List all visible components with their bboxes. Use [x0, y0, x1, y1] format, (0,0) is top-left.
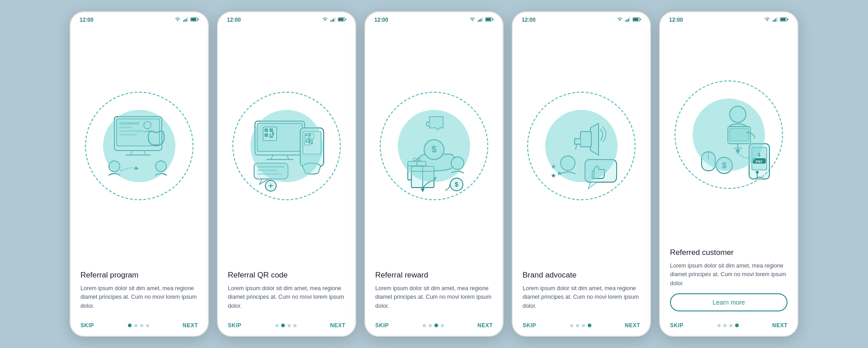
- svg-rect-89: [777, 17, 778, 22]
- svg-rect-86: [773, 20, 774, 22]
- signal-icon: [773, 17, 778, 23]
- battery-icon: [633, 17, 641, 23]
- status-bar: 12:00: [365, 12, 503, 26]
- screen-desc: Lorem ipsum dolor sit dim amet, mea regi…: [80, 284, 198, 310]
- signal-icon: [183, 17, 189, 23]
- next-button[interactable]: NEXT: [772, 322, 788, 329]
- screen-desc: Lorem ipsum dolor sit dim amet, mea regi…: [228, 284, 345, 310]
- dot-3: [434, 324, 438, 327]
- dot-3: [582, 324, 585, 327]
- learn-more-button[interactable]: Learn more: [670, 293, 788, 311]
- screen-desc: Lorem ipsum dolor sit dim amet, mea regi…: [523, 284, 640, 310]
- dot-1: [717, 324, 721, 327]
- dot-2: [576, 324, 579, 327]
- status-icons: [322, 17, 346, 23]
- dot-2: [134, 324, 137, 327]
- svg-rect-60: [493, 19, 494, 20]
- battery-icon: [338, 17, 346, 23]
- svg-rect-74: [628, 19, 629, 22]
- svg-rect-92: [788, 19, 788, 20]
- skip-button[interactable]: SKIP: [523, 322, 536, 329]
- bottom-nav: SKIP NEXT: [660, 319, 797, 336]
- status-icons: [469, 17, 494, 23]
- next-button[interactable]: NEXT: [330, 322, 345, 329]
- skip-button[interactable]: SKIP: [670, 322, 684, 329]
- battery-icon: [780, 17, 788, 23]
- status-icons: [617, 17, 641, 23]
- wifi-icon: [175, 17, 181, 23]
- svg-rect-25: [345, 19, 346, 20]
- wifi-icon: [469, 17, 476, 23]
- dot-1: [275, 324, 278, 327]
- bottom-nav: SKIP NEXT: [365, 319, 503, 336]
- svg-rect-5: [191, 18, 196, 21]
- svg-rect-6: [198, 19, 199, 20]
- status-icons: [175, 17, 199, 23]
- svg-rect-21: [333, 19, 334, 22]
- battery-icon: [191, 17, 199, 23]
- svg-rect-88: [775, 19, 776, 22]
- bottom-nav: SKIP NEXT: [218, 319, 355, 336]
- signal-icon: [625, 17, 631, 23]
- next-button[interactable]: NEXT: [183, 322, 198, 329]
- phone-screen-referral-qr: 12:00: [217, 11, 356, 337]
- illustration-brand: ★ ★ ★: [513, 26, 650, 266]
- status-bar: 12:00: [513, 12, 650, 26]
- svg-rect-55: [479, 19, 480, 22]
- bottom-nav: SKIP NEXT: [513, 319, 650, 336]
- dots-container: [128, 324, 149, 327]
- svg-rect-78: [640, 19, 641, 20]
- next-button[interactable]: NEXT: [625, 322, 640, 329]
- dot-4: [146, 324, 149, 327]
- dots-container: [570, 324, 591, 327]
- signal-icon: [330, 17, 336, 23]
- illustration-customer: $ $ PAY: [660, 26, 797, 244]
- svg-rect-0: [183, 20, 184, 22]
- svg-rect-54: [478, 20, 479, 22]
- dots-container: [423, 324, 444, 327]
- dot-1: [570, 324, 573, 327]
- svg-rect-72: [625, 20, 626, 22]
- svg-rect-24: [339, 18, 344, 21]
- svg-rect-22: [335, 17, 335, 22]
- content-area: Referral QR code Lorem ipsum dolor sit d…: [218, 266, 355, 319]
- dot-4: [588, 324, 591, 327]
- skip-button[interactable]: SKIP: [375, 322, 389, 329]
- screen-title: Referral QR code: [228, 271, 345, 280]
- svg-rect-59: [486, 18, 491, 21]
- status-bar: 12:00: [218, 12, 355, 26]
- next-button[interactable]: NEXT: [477, 322, 493, 329]
- status-icons: [764, 17, 788, 23]
- screen-desc: Lorem ipsum dolor sit dim amet, mea regi…: [375, 284, 493, 310]
- dot-2: [429, 324, 432, 327]
- battery-icon: [486, 17, 494, 23]
- svg-rect-73: [627, 19, 627, 22]
- screen-title: Referred customer: [670, 248, 788, 257]
- svg-rect-56: [481, 19, 481, 22]
- status-bar: 12:00: [71, 12, 208, 26]
- illustration-qr: [218, 26, 355, 266]
- svg-rect-2: [186, 19, 187, 22]
- phone-screen-referral-reward: 12:00 $: [364, 11, 504, 337]
- svg-rect-75: [629, 17, 630, 22]
- svg-rect-91: [781, 18, 786, 21]
- content-area: Brand advocate Lorem ipsum dolor sit dim…: [513, 266, 650, 319]
- dot-1: [423, 324, 426, 327]
- svg-rect-77: [633, 18, 638, 21]
- time-label: 12:00: [669, 17, 683, 23]
- time-label: 12:00: [227, 17, 241, 23]
- screen-title: Referral reward: [375, 271, 493, 280]
- skip-button[interactable]: SKIP: [80, 322, 94, 329]
- dots-container: [275, 324, 297, 327]
- svg-rect-57: [482, 17, 483, 22]
- phone-screen-brand-advocate: 12:00 ★: [512, 11, 651, 337]
- wifi-icon: [617, 17, 623, 23]
- screen-title: Brand advocate: [523, 271, 640, 280]
- svg-rect-87: [774, 19, 775, 22]
- skip-button[interactable]: SKIP: [228, 322, 241, 329]
- content-area: Referred customer Lorem ipsum dolor sit …: [660, 244, 797, 319]
- time-label: 12:00: [80, 17, 94, 23]
- screen-desc: Lorem ipsum dolor sit dim amet, mea regi…: [670, 262, 788, 288]
- phone-screen-referred-customer: 12:00: [659, 11, 798, 337]
- time-label: 12:00: [522, 17, 536, 23]
